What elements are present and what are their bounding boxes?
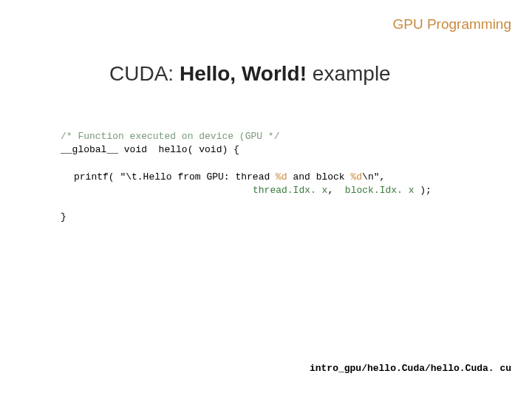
footer-path: intro_gpu/hello.Cuda/hello.Cuda. cu (310, 363, 511, 374)
code-printf: printf( "\t.Hello from GPU: thread %d an… (61, 171, 511, 184)
title-part2: example (307, 62, 391, 85)
slide-footer: intro_gpu/hello.Cuda/hello.Cuda. cu (310, 363, 511, 374)
title-part1: CUDA: (109, 62, 180, 85)
code-function-decl: __global__ void hello( void) { (61, 143, 511, 157)
slide-header: GPU Programming (393, 16, 512, 33)
code-block: /* Function executed on device (GPU */ _… (61, 130, 511, 224)
code-close-brace: } (61, 211, 511, 224)
slide-title: CUDA: Hello, World! example (109, 62, 391, 86)
code-blank (61, 157, 511, 170)
header-text: GPU Programming (393, 16, 512, 32)
code-blank2 (61, 197, 511, 211)
code-printf-args: thread.Idx. x, block.Idx. x ); (61, 184, 511, 197)
title-bold: Hello, World! (180, 62, 307, 85)
code-comment: /* Function executed on device (GPU */ (61, 130, 511, 143)
